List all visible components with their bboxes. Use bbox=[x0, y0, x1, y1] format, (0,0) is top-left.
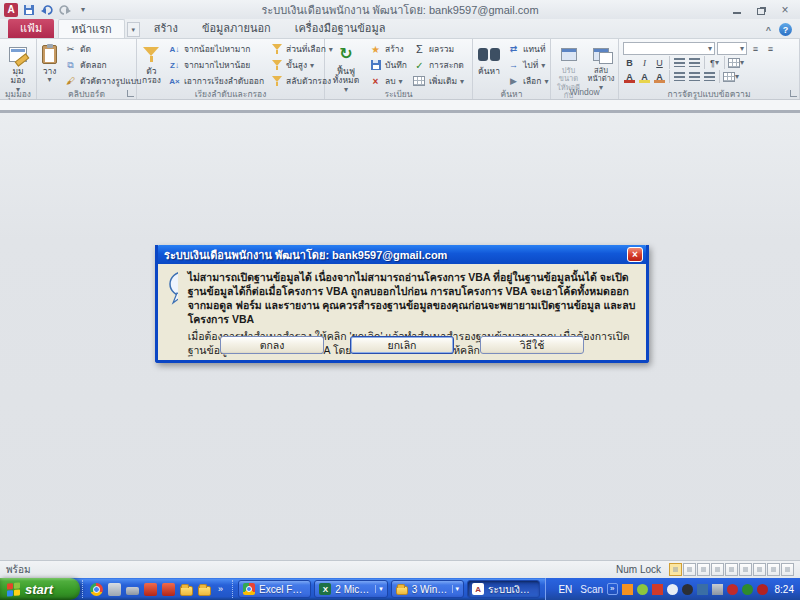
font-name-combo[interactable]: ▾ bbox=[623, 42, 715, 55]
align-center-button[interactable] bbox=[688, 70, 701, 83]
dialog-titlebar[interactable]: ระบบเงินเดือนพนักงาน พัฒนาโดย: bank9597@… bbox=[158, 245, 646, 264]
tab-database-tools[interactable]: เครื่องมือฐานข้อมูล bbox=[283, 19, 398, 38]
language-indicator[interactable]: EN bbox=[554, 583, 576, 596]
decrease-indent-button[interactable] bbox=[673, 56, 686, 69]
copy-button[interactable]: ⧉คัดลอก bbox=[62, 57, 143, 73]
minimize-button[interactable] bbox=[730, 4, 744, 16]
tray-overflow-icon[interactable]: » bbox=[607, 583, 617, 595]
tab-create[interactable]: สร้าง bbox=[142, 19, 190, 38]
view-shortcut-button[interactable] bbox=[753, 563, 766, 576]
advanced-icon bbox=[272, 60, 282, 70]
access-app-icon[interactable]: A bbox=[4, 3, 18, 17]
totals-button[interactable]: Σผลรวม bbox=[411, 41, 466, 57]
folder-icon[interactable] bbox=[180, 586, 193, 596]
increase-indent-button[interactable] bbox=[688, 56, 701, 69]
tray-icon-network[interactable] bbox=[712, 584, 723, 595]
toggle-filter-icon bbox=[272, 76, 282, 86]
view-shortcut-button[interactable] bbox=[683, 563, 696, 576]
underline-button[interactable]: U bbox=[653, 56, 666, 69]
tab-external-data[interactable]: ข้อมูลภายนอก bbox=[190, 19, 283, 38]
view-shortcut-button[interactable] bbox=[669, 563, 682, 576]
save-button[interactable] bbox=[22, 3, 36, 17]
chevron-down-icon: ▾ bbox=[47, 76, 51, 85]
start-button[interactable]: start bbox=[0, 578, 80, 600]
cut-button[interactable]: ✂ตัด bbox=[62, 41, 143, 57]
background-color-button[interactable]: A bbox=[653, 70, 666, 83]
dialog-close-button[interactable]: × bbox=[627, 247, 643, 262]
minimize-ribbon-icon[interactable]: ^ bbox=[766, 25, 771, 35]
tool-icon[interactable] bbox=[108, 583, 121, 596]
minimize-icon bbox=[733, 12, 741, 14]
tray-icon-display[interactable] bbox=[697, 584, 708, 595]
tray-icon-badge[interactable] bbox=[757, 584, 768, 595]
chrome-icon[interactable] bbox=[90, 583, 103, 596]
task-excel-forum[interactable]: Excel Forum •... bbox=[238, 580, 311, 598]
tray-icon-alert[interactable] bbox=[727, 584, 738, 595]
find-button[interactable]: ค้นหา bbox=[475, 41, 503, 89]
view-shortcut-button[interactable] bbox=[781, 563, 794, 576]
help-icon[interactable]: ? bbox=[779, 23, 792, 36]
tray-icon-dark[interactable] bbox=[682, 584, 693, 595]
undo-button[interactable] bbox=[40, 3, 54, 17]
spelling-button[interactable]: ✓การสะกด bbox=[411, 57, 466, 73]
tray-icon-orange[interactable] bbox=[622, 584, 633, 595]
drive-icon[interactable] bbox=[126, 587, 139, 595]
tray-icon-green[interactable] bbox=[637, 584, 648, 595]
tray-icon-shield[interactable] bbox=[667, 584, 678, 595]
cancel-button[interactable]: ยกเลิก bbox=[350, 336, 454, 354]
sort-ascending-button[interactable]: A↓จากน้อยไปหามาก bbox=[166, 41, 266, 57]
replace-button[interactable]: ⇄แทนที่ bbox=[505, 41, 550, 57]
foxit-icon[interactable] bbox=[144, 583, 157, 596]
numbering-button[interactable]: ≡ bbox=[764, 42, 777, 55]
tray-icon-red[interactable] bbox=[652, 584, 663, 595]
close-button[interactable]: × bbox=[778, 4, 792, 16]
refresh-icon: ↻ bbox=[339, 43, 352, 65]
view-shortcut-button[interactable] bbox=[739, 563, 752, 576]
italic-button[interactable]: I bbox=[638, 56, 651, 69]
filter-button[interactable]: ตัวกรอง bbox=[139, 41, 164, 89]
chevron-down-icon: ▾ bbox=[131, 26, 135, 34]
task-windows-explorer-group[interactable]: 3 Windows E... ▾ bbox=[391, 580, 464, 598]
bullets-button[interactable]: ≡ bbox=[749, 42, 762, 55]
ok-button[interactable]: ตกลง bbox=[220, 336, 324, 354]
task-access-payroll[interactable]: A ระบบเงินเดือน... bbox=[467, 580, 540, 598]
task-microsoft-group[interactable]: X 2 Microsoft ... ▾ bbox=[314, 580, 387, 598]
help-button[interactable]: วิธีใช้ bbox=[480, 336, 584, 354]
tab-file[interactable]: แฟ้ม bbox=[8, 19, 54, 38]
paste-button[interactable]: วาง ▾ bbox=[39, 41, 60, 89]
dialog-title: ระบบเงินเดือนพนักงาน พัฒนาโดย: bank9597@… bbox=[164, 246, 627, 264]
text-direction-button[interactable]: ¶▾ bbox=[708, 56, 721, 69]
qat-customize-button[interactable]: ▾ bbox=[76, 3, 90, 17]
access-window: A ▾ ระบบเงินเดือนพนักงาน พัฒนาโดย: bank9… bbox=[0, 0, 800, 600]
highlight-color-button[interactable]: A bbox=[638, 70, 651, 83]
bold-button[interactable]: B bbox=[623, 56, 636, 69]
new-record-button[interactable]: ★สร้าง bbox=[367, 41, 409, 57]
save-record-button[interactable]: บันทึก bbox=[367, 57, 409, 73]
align-left-button[interactable] bbox=[673, 70, 686, 83]
dialog-launcher-icon[interactable] bbox=[790, 90, 797, 97]
tab-dropdown[interactable]: ▾ bbox=[127, 22, 140, 37]
font-color-button[interactable]: A bbox=[623, 70, 636, 83]
goto-button[interactable]: →ไปที่▾ bbox=[505, 57, 550, 73]
restore-button[interactable] bbox=[754, 4, 768, 16]
restore-icon bbox=[757, 8, 765, 15]
clock: 8:24 bbox=[775, 584, 794, 595]
font-size-combo[interactable]: ▾ bbox=[717, 42, 747, 55]
quick-launch-overflow-icon[interactable]: » bbox=[216, 584, 225, 594]
gridlines-button[interactable]: ▾ bbox=[728, 56, 744, 69]
folder-icon[interactable] bbox=[198, 586, 211, 596]
scan-tray-label[interactable]: Scan bbox=[580, 584, 603, 595]
foxit-icon[interactable] bbox=[162, 583, 175, 596]
table-style-button[interactable]: ▾ bbox=[723, 70, 739, 83]
view-shortcut-button[interactable] bbox=[767, 563, 780, 576]
dialog-launcher-icon[interactable] bbox=[127, 90, 134, 97]
sort-descending-button[interactable]: Z↓จากมากไปหาน้อย bbox=[166, 57, 266, 73]
view-shortcut-button[interactable] bbox=[725, 563, 738, 576]
tray-icon-status[interactable] bbox=[742, 584, 753, 595]
tab-home[interactable]: หน้าแรก bbox=[58, 19, 125, 38]
redo-button[interactable] bbox=[58, 3, 72, 17]
view-shortcut-button[interactable] bbox=[697, 563, 710, 576]
view-shortcut-button[interactable] bbox=[711, 563, 724, 576]
group-records: ↻ ฟื้นฟูทั้งหมด ▾ ★สร้าง บันทึก ×ลบ▾ Σผล… bbox=[325, 39, 473, 99]
align-right-button[interactable] bbox=[703, 70, 716, 83]
